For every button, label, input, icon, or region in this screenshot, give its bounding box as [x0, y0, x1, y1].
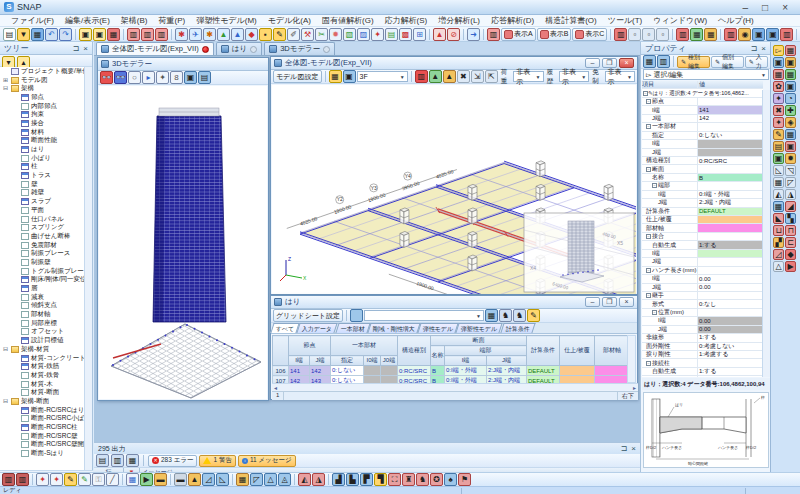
output-pin-icon[interactable]: ⊐: [621, 444, 628, 453]
toolbar-icon-53[interactable]: ◉: [738, 28, 751, 41]
toolbar-icon-11[interactable]: ✚: [785, 105, 796, 116]
close-button[interactable]: ×: [782, 1, 788, 14]
toolbar-icon-3[interactable]: ✖: [457, 70, 470, 83]
tree-item[interactable]: 断面性能: [0, 137, 85, 146]
toolbar-icon-7[interactable]: ▤: [198, 71, 211, 84]
toolbar-icon-6[interactable]: ▣: [79, 28, 92, 41]
toolbar-icon-0[interactable]: ▤: [96, 454, 109, 467]
property-row[interactable]: 非線形1:する: [642, 334, 763, 342]
tree-item[interactable]: ⊟架構-断面: [0, 397, 85, 406]
toolbar-icon-19[interactable]: ✹: [785, 153, 796, 164]
props-close-icon[interactable]: ×: [761, 44, 766, 53]
toolbar-icon-24[interactable]: ◭: [773, 189, 784, 200]
toolbar-icon-5[interactable]: 8: [170, 71, 183, 84]
toolbar-icon-29[interactable]: ▤: [385, 28, 398, 41]
toolbar-button-39[interactable]: 表示A: [501, 28, 536, 41]
toolbar-icon-22[interactable]: ▦: [773, 177, 784, 188]
toolbar-icon-18[interactable]: ▲: [231, 28, 244, 41]
toolbar-icon-33[interactable]: ♞: [416, 473, 429, 486]
toolbar-icon-16[interactable]: ◿: [202, 473, 215, 486]
plan-settings-button[interactable]: モデル図設定: [273, 70, 322, 83]
messages-filter-button[interactable]: i11 メッセージ: [238, 455, 296, 467]
tree-item[interactable]: オフセット: [0, 328, 85, 337]
toolbar-icon-34[interactable]: ⊘: [447, 28, 460, 41]
toolbar-icon-4[interactable]: ✦: [156, 71, 169, 84]
tree-item[interactable]: 断面-RC/SRC壁: [0, 432, 85, 441]
toolbar-icon-18[interactable]: ▣: [773, 153, 784, 164]
tree-item[interactable]: 材質-コンクリート: [0, 354, 85, 363]
toolbar-icon-3[interactable]: ✎: [527, 309, 540, 322]
toolbar-icon-26[interactable]: ▧: [343, 28, 356, 41]
toolbar-icon-14[interactable]: ▬: [174, 473, 187, 486]
tree-item[interactable]: スラブ: [0, 197, 85, 206]
toolbar-icon-0[interactable]: ▥: [2, 473, 15, 486]
toolbar-icon-29[interactable]: ▛: [360, 473, 373, 486]
grid-settings-button[interactable]: グリッドシート設定: [273, 309, 343, 322]
toolbar-icon-11[interactable]: ▶: [140, 473, 153, 486]
errors-filter-button[interactable]: ✕283 エラー: [148, 455, 197, 467]
tree-item[interactable]: 材質-鉄骨: [0, 371, 85, 380]
menu-12[interactable]: ウィンドウ(W): [648, 15, 712, 26]
property-row[interactable]: 構造種別0:RC/SRC: [642, 157, 763, 165]
toolbar-icon-0[interactable]: ▥: [415, 70, 428, 83]
property-row[interactable]: I端0.00: [642, 275, 763, 283]
property-grid-scrollbar[interactable]: [762, 90, 770, 377]
minimize-button[interactable]: –: [743, 1, 749, 14]
toolbar-icon-1[interactable]: ▦: [785, 45, 796, 56]
toolbar-icon-24[interactable]: ✂: [315, 28, 328, 41]
toolbar-icon-5[interactable]: ✎: [64, 473, 77, 486]
menu-3[interactable]: 荷重(P): [154, 15, 191, 26]
menu-0[interactable]: ファイル(F): [6, 15, 59, 26]
toolbar-icon-23[interactable]: ◸: [785, 177, 796, 188]
tree-pin-icon[interactable]: ⊐: [73, 44, 80, 53]
tree-item[interactable]: 断面-RC/SRC小ばり: [0, 415, 85, 424]
toolbar-icon-22[interactable]: ✐: [287, 28, 300, 41]
toolbar-icon-8[interactable]: ▦: [107, 28, 120, 41]
tree-item[interactable]: 設計目標値: [0, 336, 85, 345]
toolbar-icon-20[interactable]: ▪: [259, 28, 272, 41]
toolbar-icon-1[interactable]: ▼: [17, 28, 30, 41]
property-row[interactable]: −D/2(mm): [642, 376, 763, 377]
toolbar-icon-36[interactable]: ⚑: [458, 473, 471, 486]
toolbar-icon-50[interactable]: ▦: [704, 28, 717, 41]
property-row[interactable]: I端: [642, 140, 763, 148]
toolbar-icon-33[interactable]: ⊏: [785, 237, 796, 248]
toolbar-icon-1[interactable]: ♞: [499, 309, 512, 322]
tree-item[interactable]: 仕口パネル: [0, 215, 85, 224]
toolbar-icon-27[interactable]: ◢: [785, 201, 796, 212]
toolbar-icon-10[interactable]: ▦: [126, 473, 139, 486]
tree-item[interactable]: 断面-Sはり: [0, 449, 85, 458]
toolbar-icon-17[interactable]: ▣: [785, 141, 796, 152]
tree-item[interactable]: 小ばり: [0, 154, 85, 163]
toolbar-button-41[interactable]: 表示C: [572, 28, 607, 41]
toolbar-icon-2[interactable]: ▦: [126, 454, 139, 467]
toolbar-icon-9[interactable]: ◔: [785, 93, 796, 104]
beam-grid-title-bar[interactable]: はり – ❐ ×: [271, 296, 637, 309]
toolbar-icon-38[interactable]: ▥: [487, 28, 500, 41]
tree-item[interactable]: 曲げせん断棒: [0, 232, 85, 241]
beam-table-vscroll[interactable]: [627, 335, 636, 383]
history-dropdown[interactable]: 非表示▼: [559, 71, 589, 82]
toolbar-icon-2[interactable]: ▲: [443, 70, 456, 83]
tree-item[interactable]: はり: [0, 145, 85, 154]
toolbar-icon-22[interactable]: ◬: [278, 473, 291, 486]
toolbar-icon-56[interactable]: ▥: [780, 28, 793, 41]
tree-item[interactable]: ⊟架構-材質: [0, 345, 85, 354]
toolbar-icon-2[interactable]: ▣: [773, 57, 784, 68]
property-row[interactable]: J端0.00: [642, 284, 763, 292]
tree-item[interactable]: スプリング: [0, 223, 85, 232]
tree-item[interactable]: 制振壁: [0, 258, 85, 267]
menu-5[interactable]: モデル化(A): [263, 15, 316, 26]
toolbar-icon-43[interactable]: ▥: [614, 28, 627, 41]
toolbar-icon-25[interactable]: ✹: [329, 28, 342, 41]
property-row[interactable]: I端0.00: [642, 317, 763, 325]
grid-search-input[interactable]: ▼: [364, 310, 484, 321]
plan-canvas[interactable]: 4025.001950.001900.003950.004025.001900.…: [272, 85, 636, 294]
menu-11[interactable]: ツール(T): [603, 15, 648, 26]
property-row[interactable]: −断面: [642, 165, 763, 173]
toolbar-icon-1[interactable]: ▲: [429, 70, 442, 83]
document-tab-0[interactable]: 全体図-モデル図(Exp_VII): [96, 42, 214, 55]
tree-item[interactable]: 剛床/剛体/同一変位: [0, 276, 85, 285]
menu-1[interactable]: 編集/表示(E): [60, 15, 115, 26]
toolbar-icon-49[interactable]: ▦: [690, 28, 703, 41]
